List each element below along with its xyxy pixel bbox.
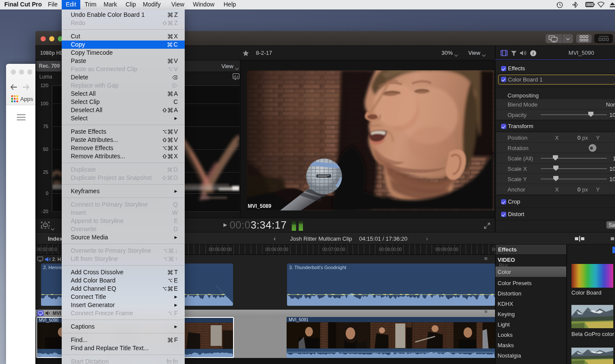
svg-text:i: i (533, 51, 534, 56)
